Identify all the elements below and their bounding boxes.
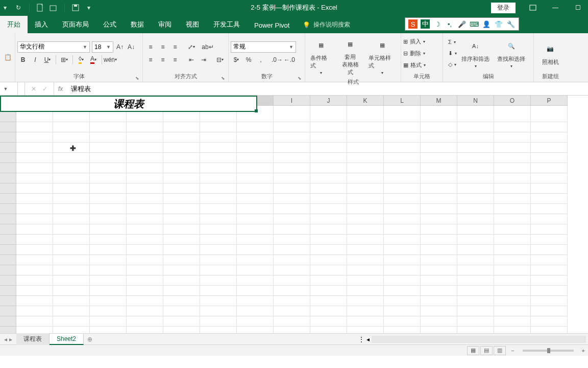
cell[interactable] (200, 286, 237, 296)
align-dialog-launcher[interactable]: ⬊ (221, 76, 225, 81)
cell[interactable] (163, 265, 200, 275)
cell[interactable] (237, 224, 274, 235)
cell[interactable] (127, 316, 163, 327)
cell[interactable] (347, 306, 384, 316)
cell[interactable] (310, 316, 347, 327)
cell[interactable] (531, 122, 568, 132)
cell[interactable] (310, 255, 347, 265)
cell[interactable] (16, 204, 53, 214)
cell[interactable] (310, 235, 347, 245)
cell[interactable] (384, 132, 421, 143)
cell[interactable] (16, 132, 53, 143)
zoom-thumb[interactable] (547, 348, 550, 353)
cell[interactable] (237, 286, 274, 296)
cell[interactable] (531, 316, 568, 327)
cell[interactable] (90, 316, 127, 327)
cell[interactable] (531, 327, 568, 333)
cell[interactable] (90, 235, 127, 245)
column-header-O[interactable]: O (494, 96, 531, 106)
cell[interactable] (127, 327, 163, 333)
font-size-dropdown[interactable]: 18▼ (92, 41, 113, 53)
cell[interactable] (90, 306, 127, 316)
insert-cells-button[interactable]: ⊞插入 ▾ (403, 36, 440, 47)
cell[interactable] (237, 265, 274, 275)
cell[interactable] (274, 194, 310, 204)
cell[interactable] (237, 275, 274, 286)
font-color-button[interactable]: A▾ (88, 54, 99, 65)
cell[interactable] (200, 327, 237, 333)
cell[interactable] (53, 316, 90, 327)
cell[interactable] (347, 183, 384, 194)
cell[interactable] (494, 132, 531, 143)
cell[interactable] (274, 153, 310, 163)
cell[interactable] (163, 306, 200, 316)
row-header[interactable] (0, 204, 16, 214)
cell[interactable] (90, 286, 127, 296)
cell[interactable] (16, 173, 53, 183)
cell[interactable] (310, 194, 347, 204)
cell[interactable] (494, 194, 531, 204)
cell[interactable] (457, 296, 494, 306)
cell[interactable] (237, 173, 274, 183)
cell[interactable] (457, 173, 494, 183)
cell[interactable] (421, 132, 457, 143)
cell[interactable] (274, 255, 310, 265)
cell[interactable] (274, 286, 310, 296)
cell[interactable] (53, 296, 90, 306)
cell[interactable] (200, 132, 237, 143)
cell[interactable] (237, 163, 274, 173)
cell[interactable] (310, 224, 347, 235)
cell[interactable] (53, 275, 90, 286)
cell[interactable] (310, 275, 347, 286)
underline-button[interactable]: U▾ (42, 54, 53, 65)
cell[interactable] (200, 194, 237, 204)
view-page-break-button[interactable]: ▥ (494, 346, 506, 355)
row-header[interactable] (0, 173, 16, 183)
cell[interactable] (494, 245, 531, 255)
cell[interactable] (531, 204, 568, 214)
cell[interactable] (494, 183, 531, 194)
cell[interactable] (347, 163, 384, 173)
save-icon[interactable] (71, 4, 80, 12)
cell[interactable] (457, 245, 494, 255)
align-right-button[interactable]: ≡ (169, 54, 181, 65)
cell[interactable] (53, 194, 90, 204)
cell[interactable] (90, 204, 127, 214)
cell[interactable] (384, 327, 421, 333)
cell[interactable] (421, 224, 457, 235)
cell[interactable] (163, 163, 200, 173)
minimize-icon[interactable]: — (545, 0, 566, 15)
cell[interactable] (90, 296, 127, 306)
italic-button[interactable]: I (30, 54, 41, 65)
comma-button[interactable]: , (255, 54, 266, 65)
cell[interactable] (163, 214, 200, 224)
cell[interactable] (163, 316, 200, 327)
cell[interactable] (531, 255, 568, 265)
cell[interactable] (163, 183, 200, 194)
new-sheet-button[interactable]: ⊕ (84, 336, 96, 343)
cell[interactable] (384, 214, 421, 224)
row-header[interactable] (0, 235, 16, 245)
wrap-text-button[interactable]: ab↵ (202, 41, 213, 53)
bold-button[interactable]: B (17, 54, 29, 65)
cell[interactable] (237, 296, 274, 306)
cell[interactable] (384, 173, 421, 183)
cell[interactable] (237, 143, 274, 153)
cell[interactable] (457, 235, 494, 245)
cell[interactable] (494, 255, 531, 265)
cell[interactable] (90, 265, 127, 275)
cell[interactable] (16, 327, 53, 333)
cell[interactable] (457, 265, 494, 275)
cell[interactable] (531, 214, 568, 224)
cell[interactable] (421, 173, 457, 183)
cell[interactable] (310, 183, 347, 194)
cell[interactable] (127, 173, 163, 183)
row-header[interactable] (0, 245, 16, 255)
cell[interactable] (90, 245, 127, 255)
accounting-format-button[interactable]: $▾ (231, 54, 242, 65)
align-left-button[interactable]: ≡ (145, 54, 156, 65)
dropdown-icon[interactable]: ▾ (1, 4, 9, 12)
row-header[interactable] (0, 194, 16, 204)
cell[interactable] (531, 153, 568, 163)
cell[interactable] (421, 255, 457, 265)
